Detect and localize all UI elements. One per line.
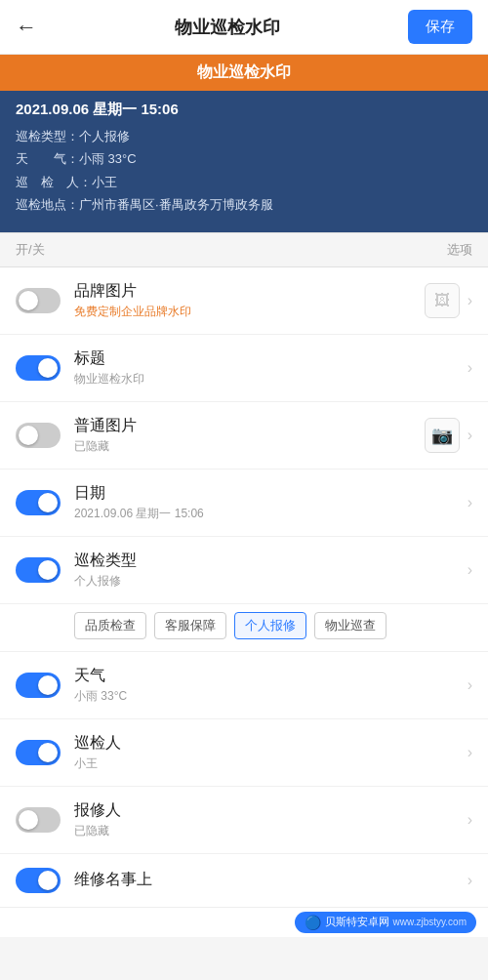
- toggle-brand[interactable]: [16, 288, 61, 313]
- chevron-repair-person: ›: [468, 811, 472, 829]
- tag-chip-row: 品质检查 客服保障 个人报修 物业巡查: [0, 604, 488, 652]
- chevron-brand: ›: [468, 292, 472, 309]
- toggle-inspection-type[interactable]: [16, 557, 61, 583]
- setting-row-date-left: 日期 2021.09.06 星期一 15:06: [16, 483, 468, 522]
- setting-text-title: 标题 物业巡检水印: [74, 348, 468, 388]
- chevron-date: ›: [468, 494, 472, 511]
- setting-title-inspection-type: 巡检类型: [74, 551, 468, 571]
- setting-row-inspection-type-right: ›: [468, 561, 472, 579]
- setting-title-inspector: 巡检人: [74, 733, 468, 754]
- toggle-title[interactable]: [16, 355, 61, 381]
- setting-title-weather: 天气: [74, 666, 468, 686]
- preview-row-location: 巡检地点：广州市番禺区·番禺政务万博政务服: [16, 193, 472, 216]
- back-button[interactable]: ←: [16, 15, 47, 40]
- chevron-inspection-type: ›: [468, 561, 472, 579]
- toggle-normal-image[interactable]: [16, 423, 61, 448]
- chevron-repair-name: ›: [468, 872, 472, 889]
- camera-icon-box[interactable]: 📷: [425, 418, 460, 453]
- tag-chip-inspection[interactable]: 物业巡查: [314, 612, 386, 639]
- setting-row-weather-right: ›: [468, 676, 472, 694]
- setting-text-inspection-type: 巡检类型 个人报修: [74, 551, 468, 590]
- setting-subtitle-inspector: 小王: [74, 755, 468, 772]
- preview-body: 2021.09.06 星期一 15:06 巡检类型：个人报修 天 气：小雨 33…: [0, 91, 488, 232]
- setting-row-inspector-left: 巡检人 小王: [16, 733, 468, 772]
- section-header-right: 选项: [447, 241, 472, 259]
- image-placeholder-icon: 🖼: [434, 292, 450, 309]
- setting-row-repair-person-left: 报修人 已隐藏: [16, 800, 468, 839]
- tag-chip-quality[interactable]: 品质检查: [74, 612, 146, 639]
- toggle-weather[interactable]: [16, 673, 61, 698]
- setting-title-brand: 品牌图片: [74, 281, 425, 302]
- watermark-url: www.zjbstyy.com: [393, 917, 467, 927]
- setting-subtitle-weather: 小雨 33°C: [74, 688, 468, 705]
- setting-row-normal-image[interactable]: 普通图片 已隐藏 📷 ›: [0, 402, 488, 470]
- setting-row-inspector-right: ›: [468, 744, 472, 761]
- setting-row-normal-image-left: 普通图片 已隐藏: [16, 416, 425, 455]
- setting-row-brand-right: 🖼 ›: [425, 283, 472, 318]
- setting-text-normal-image: 普通图片 已隐藏: [74, 416, 425, 455]
- toggle-date[interactable]: [16, 490, 61, 515]
- bottom-bar: 🔵 贝斯特安卓网 www.zjbstyy.com: [0, 907, 488, 937]
- setting-row-repair-person-right: ›: [468, 811, 472, 829]
- toggle-inspector[interactable]: [16, 740, 61, 765]
- setting-row-weather-left: 天气 小雨 33°C: [16, 666, 468, 705]
- setting-subtitle-repair-person: 已隐藏: [74, 823, 468, 839]
- chevron-inspector: ›: [468, 744, 472, 761]
- setting-title-date: 日期: [74, 483, 468, 504]
- preview-row-inspector: 巡 检 人：小王: [16, 171, 472, 193]
- setting-title-repair-person: 报修人: [74, 800, 468, 821]
- setting-subtitle-inspection-type: 个人报修: [74, 573, 468, 590]
- setting-row-repair-name-left: 维修名事上: [16, 868, 468, 893]
- watermark-badge: 🔵 贝斯特安卓网 www.zjbstyy.com: [295, 912, 476, 933]
- setting-subtitle-brand: 免费定制企业品牌水印: [74, 304, 425, 320]
- preview-row-inspection-type: 巡检类型：个人报修: [16, 125, 472, 147]
- chevron-weather: ›: [468, 676, 472, 694]
- setting-subtitle-normal-image: 已隐藏: [74, 438, 425, 455]
- setting-row-title-right: ›: [468, 359, 472, 377]
- section-header-left: 开/关: [16, 241, 45, 259]
- setting-text-repair-name: 维修名事上: [74, 870, 468, 890]
- setting-row-brand-left: 品牌图片 免费定制企业品牌水印: [16, 281, 425, 320]
- setting-row-title[interactable]: 标题 物业巡检水印 ›: [0, 335, 488, 402]
- setting-text-repair-person: 报修人 已隐藏: [74, 800, 468, 839]
- chevron-title: ›: [468, 359, 472, 377]
- setting-text-brand: 品牌图片 免费定制企业品牌水印: [74, 281, 425, 320]
- watermark-text: 贝斯特安卓网: [325, 915, 389, 929]
- setting-text-inspector: 巡检人 小王: [74, 733, 468, 772]
- setting-title-repair-name: 维修名事上: [74, 870, 468, 890]
- setting-row-normal-image-right: 📷 ›: [425, 418, 472, 453]
- brand-image-icon: 🖼: [425, 283, 460, 318]
- setting-row-title-left: 标题 物业巡检水印: [16, 348, 468, 388]
- preview-title-bar: 物业巡检水印: [0, 55, 488, 91]
- preview-card: 物业巡检水印 2021.09.06 星期一 15:06 巡检类型：个人报修 天 …: [0, 55, 488, 232]
- setting-row-repair-name[interactable]: 维修名事上 ›: [0, 854, 488, 907]
- setting-title-title: 标题: [74, 348, 468, 369]
- preview-info: 巡检类型：个人报修 天 气：小雨 33°C 巡 检 人：小王 巡检地点：广州市番…: [16, 125, 472, 217]
- setting-row-repair-name-right: ›: [468, 872, 472, 889]
- tag-chip-service[interactable]: 客服保障: [154, 612, 226, 639]
- preview-row-weather: 天 气：小雨 33°C: [16, 147, 472, 170]
- setting-row-weather[interactable]: 天气 小雨 33°C ›: [0, 652, 488, 719]
- section-header: 开/关 选项: [0, 232, 488, 267]
- setting-text-weather: 天气 小雨 33°C: [74, 666, 468, 705]
- setting-text-date: 日期 2021.09.06 星期一 15:06: [74, 483, 468, 522]
- settings-list: 品牌图片 免费定制企业品牌水印 🖼 › 标题 物业巡检水印 ›: [0, 267, 488, 907]
- toggle-repair-person[interactable]: [16, 807, 61, 833]
- setting-subtitle-title: 物业巡检水印: [74, 371, 468, 388]
- setting-row-repair-person[interactable]: 报修人 已隐藏 ›: [0, 787, 488, 854]
- tag-chip-repair[interactable]: 个人报修: [234, 612, 306, 639]
- watermark-icon: 🔵: [305, 915, 321, 930]
- app-header: ← 物业巡检水印 保存: [0, 0, 488, 55]
- setting-row-inspection-type[interactable]: 巡检类型 个人报修 ›: [0, 537, 488, 604]
- setting-subtitle-date: 2021.09.06 星期一 15:06: [74, 506, 468, 522]
- save-button[interactable]: 保存: [408, 10, 472, 44]
- preview-date: 2021.09.06 星期一 15:06: [16, 101, 472, 119]
- setting-row-date[interactable]: 日期 2021.09.06 星期一 15:06 ›: [0, 470, 488, 537]
- setting-row-inspector[interactable]: 巡检人 小王 ›: [0, 719, 488, 787]
- setting-title-normal-image: 普通图片: [74, 416, 425, 436]
- camera-icon: 📷: [431, 425, 453, 446]
- setting-row-brand[interactable]: 品牌图片 免费定制企业品牌水印 🖼 ›: [0, 267, 488, 335]
- chevron-normal-image: ›: [468, 427, 472, 444]
- setting-row-date-right: ›: [468, 494, 472, 511]
- toggle-repair-name[interactable]: [16, 868, 61, 893]
